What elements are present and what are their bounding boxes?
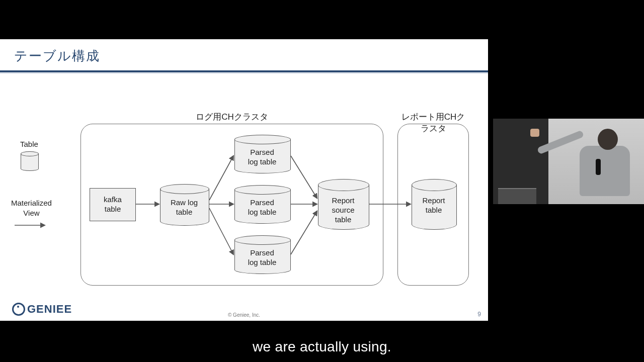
legend-table: Table bbox=[20, 140, 38, 170]
parsed2-line1: Parsed bbox=[234, 198, 290, 208]
title-rule-thin bbox=[0, 73, 488, 73]
presenter-camera bbox=[493, 119, 644, 204]
reportsrc-line3: table bbox=[318, 215, 368, 225]
slide: テーブル構成 ログ用CHクラスタ レポート用CHクラスタ Table Mater… bbox=[0, 39, 488, 321]
parsed3-line2: log table bbox=[234, 258, 290, 267]
footer-copyright: © Geniee, Inc. bbox=[0, 312, 488, 318]
stage: テーブル構成 ログ用CHクラスタ レポート用CHクラスタ Table Mater… bbox=[0, 0, 644, 362]
node-parsed-3: Parsed log table bbox=[234, 235, 290, 274]
kafka-line1: kafka bbox=[104, 195, 122, 205]
microphone-icon bbox=[596, 159, 601, 175]
presenter-figure bbox=[570, 126, 630, 201]
kafka-line2: table bbox=[104, 205, 122, 214]
presenter-head bbox=[598, 129, 618, 150]
node-report-table: Report table bbox=[412, 179, 456, 229]
presenter-torso bbox=[580, 146, 630, 196]
video-subtitle: we are actually using. bbox=[0, 339, 644, 355]
cluster-log-label: ログ用CHクラスタ bbox=[81, 111, 383, 123]
parsed2-line2: log table bbox=[234, 208, 290, 217]
parsed1-line1: Parsed bbox=[234, 148, 290, 157]
report-line2: table bbox=[412, 206, 456, 215]
diagram-canvas: ログ用CHクラスタ レポート用CHクラスタ Table Materialized… bbox=[0, 75, 488, 292]
rawlog-line1: Raw log bbox=[160, 198, 208, 208]
laptop-icon bbox=[498, 188, 536, 204]
node-report-source: Report source table bbox=[318, 179, 368, 229]
node-parsed-1: Parsed log table bbox=[234, 135, 290, 173]
legend-table-label: Table bbox=[20, 140, 38, 148]
legend-mv-line1: Materialized bbox=[11, 198, 52, 208]
legend-arrow-icon bbox=[14, 222, 49, 229]
legend-materialized-view: Materialized View bbox=[11, 198, 52, 231]
reportsrc-line2: source bbox=[318, 206, 368, 215]
rawlog-line2: table bbox=[160, 208, 208, 217]
legend-cylinder-icon bbox=[21, 151, 38, 170]
title-rule-thick bbox=[0, 70, 488, 72]
page-number: 9 bbox=[477, 311, 481, 318]
cluster-report-label: レポート用CHクラスタ bbox=[398, 111, 468, 134]
report-line1: Report bbox=[412, 196, 456, 206]
legend-mv-line2: View bbox=[11, 208, 52, 218]
parsed3-line1: Parsed bbox=[234, 248, 290, 258]
presenter-hand-left bbox=[530, 129, 539, 137]
parsed1-line2: log table bbox=[234, 157, 290, 167]
node-raw-log-table: Raw log table bbox=[160, 184, 208, 225]
reportsrc-line1: Report bbox=[318, 196, 368, 206]
node-kafka-table: kafka table bbox=[90, 188, 136, 221]
node-parsed-2: Parsed log table bbox=[234, 185, 290, 223]
slide-title: テーブル構成 bbox=[14, 47, 100, 65]
